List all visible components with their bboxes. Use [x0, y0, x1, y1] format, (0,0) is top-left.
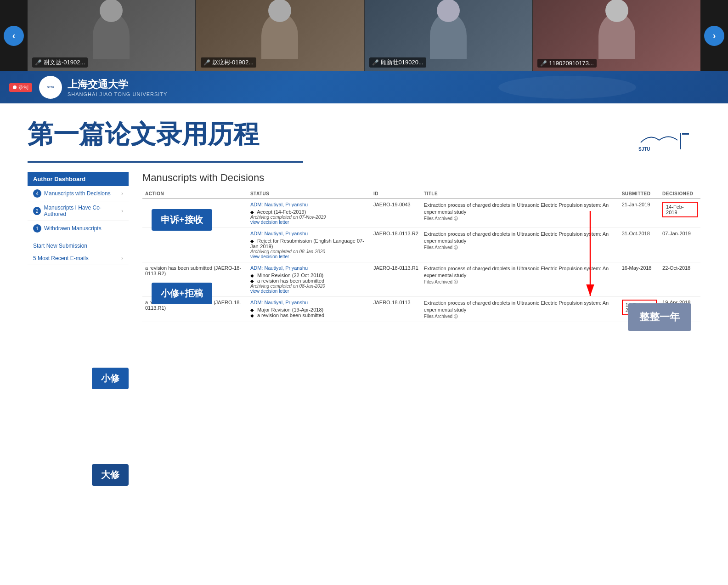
participant-name-1: 🎤 谢文达-01902... — [32, 57, 88, 68]
next-icon[interactable]: › — [704, 26, 724, 46]
submitted-cell-2: 31-Oct-2018 — [619, 228, 660, 262]
view-link-2[interactable]: view decision letter — [250, 254, 368, 259]
video-participants: 🎤 谢文达-01902... 🎤 赵汶彬-01902... 🎤 — [28, 0, 700, 71]
archive-text-2: Archiving completed on 08-Jan-2020 — [250, 249, 368, 254]
video-tile-3: 🎤 顾新壮019020... — [365, 0, 533, 71]
sidebar-item-manuscripts-decisions[interactable]: 4 Manuscripts with Decisions › — [28, 186, 129, 201]
table-row: a revision has been submitted (JAERO-18-… — [142, 262, 700, 297]
adm-link-1[interactable]: ADM: Nautiyal, Priyanshu — [250, 202, 368, 207]
date-boxed-1: 14-Feb-2019 — [662, 202, 698, 217]
arrow-icon-2: › — [121, 208, 123, 214]
id-cell-1: JAERO-19-0043 — [371, 199, 421, 228]
status-sub-4: a revision has been submitted — [257, 312, 324, 318]
manuscripts-table: ACTION STATUS ID TITLE SUBMITTED DECISIO… — [142, 189, 700, 322]
action-cell-2 — [142, 228, 248, 262]
decisioned-cell-3: 22-Oct-2018 — [660, 262, 700, 297]
university-name: 上海交通大学 SHANGHAI JIAO TONG UNIVERSITY — [68, 78, 167, 97]
university-logo: SJTU — [39, 76, 62, 99]
prev-video-btn[interactable]: ‹ — [0, 0, 28, 71]
recording-dot — [13, 85, 17, 89]
adm-link-4[interactable]: ADM: Nautiyal, Priyanshu — [250, 300, 368, 305]
col-status: STATUS — [248, 189, 371, 199]
status-main-2: Reject for Resubmission (English Languag… — [250, 238, 364, 249]
overlay-xiuxiu: 小修+拒稿 — [152, 283, 212, 304]
count-badge-1: 1 — [33, 224, 41, 233]
count-badge-4: 4 — [33, 189, 41, 198]
manuscripts-title: Manuscripts with Decisions — [142, 172, 700, 184]
participant-name-3: 🎤 顾新壮019020... — [369, 57, 426, 68]
col-submitted: SUBMITTED — [619, 189, 660, 199]
mic-icon-2: 🎤 — [203, 59, 210, 66]
id-cell-2: JAERO-18-0113.R2 — [371, 228, 421, 262]
sidebar-item-withdrawn[interactable]: 1 Withdrawn Manuscripts — [28, 221, 129, 236]
archive-text-1: Archiving completed on 07-Nov-2019 — [250, 215, 368, 220]
video-bar: ‹ 🎤 谢文达-01902... 🎤 赵汶彬-01902... — [0, 0, 728, 71]
decisioned-cell-2: 07-Jan-2019 — [660, 228, 700, 262]
adm-link-3[interactable]: ADM: Nautiyal, Priyanshu — [250, 265, 368, 271]
status-sub-3: a revision has been submitted — [257, 278, 324, 284]
view-link-3[interactable]: view decision letter — [250, 289, 368, 294]
overlay-shensu: 申诉+接收 — [152, 209, 212, 231]
col-decisioned: DECISIONED — [660, 189, 700, 199]
prev-icon[interactable]: ‹ — [4, 26, 24, 46]
video-tile-4: 🎤 119020910173... — [533, 0, 700, 71]
svg-rect-1 — [682, 133, 689, 135]
manuscripts-panel: Manuscripts with Decisions ACTION STATUS… — [129, 172, 700, 322]
main-content: 第一篇论文录用历程 SJTU Author Dashboard 4 Manusc… — [0, 103, 728, 585]
sidebar-item-co-authored[interactable]: 2 Manuscripts I Have Co-Authored › — [28, 201, 129, 221]
table-row: a revision has been submitted (JAERO-18-… — [142, 297, 700, 322]
arrow-icon-1: › — [121, 190, 123, 197]
svg-rect-0 — [680, 133, 681, 149]
sidebar-header: Author Dashboard — [28, 172, 129, 186]
university-header: 录制 SJTU 上海交通大学 SHANGHAI JIAO TONG UNIVER… — [0, 71, 728, 103]
participant-name-2: 🎤 赵汶彬-01902... — [201, 57, 256, 68]
count-badge-2: 2 — [33, 207, 41, 215]
overlay-year: 整整一年 — [628, 303, 691, 331]
sidebar-recent-emails[interactable]: 5 Most Recent E-mails › — [28, 252, 129, 265]
status-main-3: Minor Revision (22-Oct-2018) — [257, 273, 323, 278]
submitted-cell-1: 21-Jan-2019 — [619, 199, 660, 228]
submitted-cell-3: 16-May-2018 — [619, 262, 660, 297]
status-cell-3: ADM: Nautiyal, Priyanshu ◆ Minor Revisio… — [248, 262, 371, 297]
revision-note-3: a revision has been submitted (JAERO-18-… — [145, 265, 245, 276]
participant-name-4: 🎤 119020910173... — [537, 59, 597, 68]
arrow-icon-3: › — [121, 255, 123, 261]
adm-link-2[interactable]: ADM: Nautiyal, Priyanshu — [250, 231, 368, 236]
table-row: ADM: Nautiyal, Priyanshu ◆ Reject for Re… — [142, 228, 700, 262]
sjtu-logo-text: SJTU — [636, 129, 691, 153]
video-tile-2: 🎤 赵汶彬-01902... — [196, 0, 365, 71]
start-new-submission[interactable]: Start New Submission — [28, 240, 129, 252]
col-title: TITLE — [421, 189, 619, 199]
svg-text:SJTU: SJTU — [638, 147, 650, 152]
overlay-xiu: 小修 — [92, 368, 129, 389]
mic-icon-1: 🎤 — [35, 59, 42, 66]
content-area: Author Dashboard 4 Manuscripts with Deci… — [28, 172, 700, 322]
sidebar: Author Dashboard 4 Manuscripts with Deci… — [28, 172, 129, 322]
page-title: 第一篇论文录用历程 — [28, 117, 700, 152]
video-tile-1: 🎤 谢文达-01902... — [28, 0, 196, 71]
status-cell-4: ADM: Nautiyal, Priyanshu ◆ Major Revisio… — [248, 297, 371, 322]
overlay-daxiu: 大修 — [92, 464, 129, 486]
col-id: ID — [371, 189, 421, 199]
red-arrow-annotation — [572, 211, 609, 305]
status-cell-2: ADM: Nautiyal, Priyanshu ◆ Reject for Re… — [248, 228, 371, 262]
view-link-1[interactable]: view decision letter — [250, 220, 368, 225]
status-main-1: Accept (14-Feb-2019) — [257, 209, 306, 215]
mic-icon-3: 🎤 — [372, 59, 379, 66]
id-cell-3: JAERO-18-0113.R1 — [371, 262, 421, 297]
decisioned-cell-1: 14-Feb-2019 — [660, 199, 700, 228]
files-badge-4: Files Archived 🛈 — [424, 314, 616, 319]
status-cell-1: ADM: Nautiyal, Priyanshu ◆ Accept (14-Fe… — [248, 199, 371, 228]
status-main-4: Major Revision (19-Apr-2018) — [257, 307, 323, 312]
mic-icon-4: 🎤 — [540, 60, 547, 67]
table-row: ADM: Nautiyal, Priyanshu ◆ Accept (14-Fe… — [142, 199, 700, 228]
next-video-btn[interactable]: › — [700, 0, 728, 71]
recording-badge: 录制 — [9, 83, 32, 92]
archive-text-3: Archiving completed on 08-Jan-2020 — [250, 284, 368, 289]
id-cell-4: JAERO-18-0113 — [371, 297, 421, 322]
col-action: ACTION — [142, 189, 248, 199]
